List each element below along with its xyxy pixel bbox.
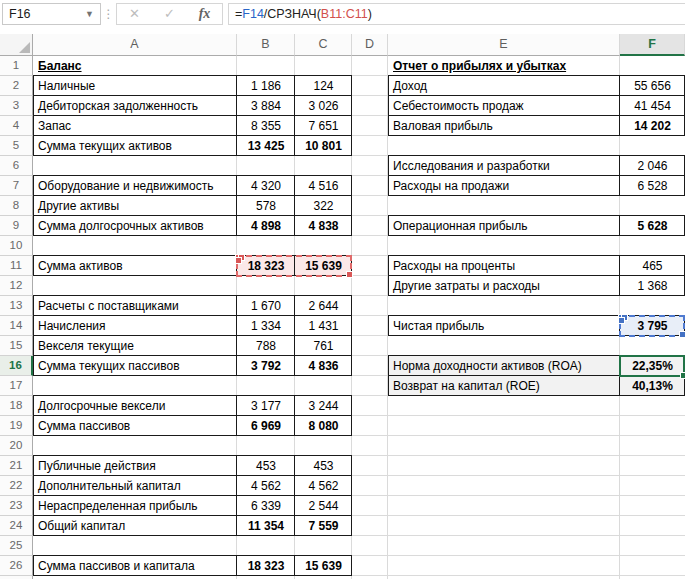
cell-B8[interactable]: 578 <box>237 196 295 216</box>
cell-A15[interactable]: Векселя текущие <box>33 336 237 356</box>
column-header-D[interactable]: D <box>352 34 388 56</box>
cell-B7[interactable]: 4 320 <box>237 176 295 196</box>
row-header-15[interactable]: 15 <box>0 336 33 356</box>
row-header-25[interactable]: 25 <box>0 536 33 556</box>
cell-C23[interactable]: 2 544 <box>295 496 352 516</box>
row-header-21[interactable]: 21 <box>0 456 33 476</box>
cell-C19[interactable]: 8 080 <box>295 416 352 436</box>
row-header-19[interactable]: 19 <box>0 416 33 436</box>
cell-B13[interactable]: 1 670 <box>237 296 295 316</box>
spreadsheet-grid[interactable]: БалансОтчет о прибылях и убыткахНаличные… <box>0 28 685 579</box>
cell-C3[interactable]: 3 026 <box>295 96 352 116</box>
row-header-24[interactable]: 24 <box>0 516 33 536</box>
cell-F11[interactable]: 465 <box>620 256 685 276</box>
cancel-icon[interactable]: ✕ <box>117 4 152 24</box>
row-header-5[interactable]: 5 <box>0 136 33 156</box>
cell-A11[interactable]: Сумма активов <box>33 256 237 276</box>
row-header-3[interactable]: 3 <box>0 96 33 116</box>
enter-icon[interactable]: ✓ <box>152 4 187 24</box>
cell-C16[interactable]: 4 836 <box>295 356 352 376</box>
cell-F12[interactable]: 1 368 <box>620 276 685 296</box>
cell-C5[interactable]: 10 801 <box>295 136 352 156</box>
cell-A4[interactable]: Запас <box>33 116 237 136</box>
cell-C9[interactable]: 4 838 <box>295 216 352 236</box>
cell-B15[interactable]: 788 <box>237 336 295 356</box>
cell-B26[interactable]: 18 323 <box>237 556 295 576</box>
row-header-7[interactable]: 7 <box>0 176 33 196</box>
row-header-9[interactable]: 9 <box>0 216 33 236</box>
cell-C15[interactable]: 761 <box>295 336 352 356</box>
column-header-E[interactable]: E <box>388 34 620 56</box>
row-header-17[interactable]: 17 <box>0 376 33 396</box>
cell-E14[interactable]: Чистая прибыль <box>388 316 620 336</box>
insert-function-icon[interactable]: fx <box>187 4 222 24</box>
row-header-13[interactable]: 13 <box>0 296 33 316</box>
row-header-23[interactable]: 23 <box>0 496 33 516</box>
cell-B4[interactable]: 8 355 <box>237 116 295 136</box>
row-header-16[interactable]: 16 <box>0 356 33 376</box>
name-box[interactable]: F16 ▼ <box>2 3 101 25</box>
cell-C2[interactable]: 124 <box>295 76 352 96</box>
cell-F16[interactable]: 22,35% <box>620 356 685 376</box>
cell-A24[interactable]: Общий капитал <box>33 516 237 536</box>
name-box-dropdown-icon[interactable]: ▼ <box>85 9 94 19</box>
row-header-26[interactable]: 26 <box>0 556 33 576</box>
cell-B5[interactable]: 13 425 <box>237 136 295 156</box>
cell-A7[interactable]: Оборудование и недвижимость <box>33 176 237 196</box>
cell-E7[interactable]: Расходы на продажи <box>388 176 620 196</box>
cell-C7[interactable]: 4 516 <box>295 176 352 196</box>
cell-A8[interactable]: Другие активы <box>33 196 237 216</box>
cell-C18[interactable]: 3 244 <box>295 396 352 416</box>
cell-E2[interactable]: Доход <box>388 76 620 96</box>
cell-B21[interactable]: 453 <box>237 456 295 476</box>
row-header-18[interactable]: 18 <box>0 396 33 416</box>
cell-E6[interactable]: Исследования и разработки <box>388 156 620 176</box>
cell-E4[interactable]: Валовая прибыль <box>388 116 620 136</box>
cell-F2[interactable]: 55 656 <box>620 76 685 96</box>
row-header-4[interactable]: 4 <box>0 116 33 136</box>
row-header-6[interactable]: 6 <box>0 156 33 176</box>
cell-E17[interactable]: Возврат на капитал (ROE) <box>388 376 620 396</box>
cell-B16[interactable]: 3 792 <box>237 356 295 376</box>
select-all-corner[interactable] <box>0 34 33 56</box>
cell-E12[interactable]: Другие затраты и расходы <box>388 276 620 296</box>
column-header-B[interactable]: B <box>237 34 295 56</box>
cell-B24[interactable]: 11 354 <box>237 516 295 536</box>
cell-E3[interactable]: Себестоимость продаж <box>388 96 620 116</box>
cell-B9[interactable]: 4 898 <box>237 216 295 236</box>
cell-E11[interactable]: Расходы на проценты <box>388 256 620 276</box>
cell-A5[interactable]: Сумма текущих активов <box>33 136 237 156</box>
column-header-C[interactable]: C <box>295 34 352 56</box>
row-header-8[interactable]: 8 <box>0 196 33 216</box>
cell-B3[interactable]: 3 884 <box>237 96 295 116</box>
cell-A9[interactable]: Сумма долгосрочных активов <box>33 216 237 236</box>
cell-F6[interactable]: 2 046 <box>620 156 685 176</box>
row-header-10[interactable]: 10 <box>0 236 33 256</box>
cell-C4[interactable]: 7 651 <box>295 116 352 136</box>
cell-A19[interactable]: Сумма пассивов <box>33 416 237 436</box>
cell-C22[interactable]: 4 562 <box>295 476 352 496</box>
cell-F17[interactable]: 40,13% <box>620 376 685 396</box>
cell-E16[interactable]: Норма доходности активов (ROA) <box>388 356 620 376</box>
cell-C11[interactable]: 15 639 <box>295 256 352 276</box>
row-header-14[interactable]: 14 <box>0 316 33 336</box>
cell-F4[interactable]: 14 202 <box>620 116 685 136</box>
cell-B11[interactable]: 18 323 <box>237 256 295 276</box>
row-header-12[interactable]: 12 <box>0 276 33 296</box>
row-header-11[interactable]: 11 <box>0 256 33 276</box>
column-header-F[interactable]: F <box>620 34 685 56</box>
cell-F14[interactable]: 3 795 <box>620 316 685 336</box>
cell-A3[interactable]: Дебиторская задолженность <box>33 96 237 116</box>
cell-C8[interactable]: 322 <box>295 196 352 216</box>
cell-B23[interactable]: 6 339 <box>237 496 295 516</box>
row-header-2[interactable]: 2 <box>0 76 33 96</box>
cell-B18[interactable]: 3 177 <box>237 396 295 416</box>
row-header-1[interactable]: 1 <box>0 56 33 76</box>
cell-F7[interactable]: 6 528 <box>620 176 685 196</box>
cell-A18[interactable]: Долгосрочные вексели <box>33 396 237 416</box>
column-header-A[interactable]: A <box>33 34 237 56</box>
cell-B2[interactable]: 1 186 <box>237 76 295 96</box>
formula-input[interactable]: =F14/СРЗНАЧ(B11:C11) <box>228 3 685 25</box>
cell-E9[interactable]: Операционная прибыль <box>388 216 620 236</box>
cell-B14[interactable]: 1 334 <box>237 316 295 336</box>
